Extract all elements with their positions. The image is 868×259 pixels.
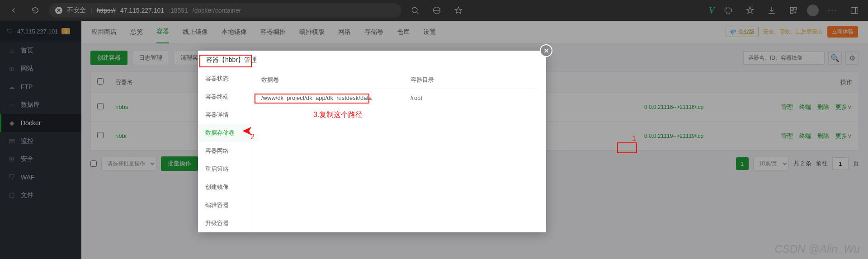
modal-nav-item-5[interactable]: 重启策略 bbox=[198, 160, 252, 178]
modal-nav-item-8[interactable]: 升级容器 bbox=[198, 214, 252, 232]
volume-path: /www/dk_project/dk_app/dk_rustdesk/data bbox=[261, 94, 410, 101]
modal-nav: 容器状态容器终端容器详情数据存储卷容器网络重启策略创建镜像编辑容器升级容器 bbox=[198, 70, 252, 232]
modal-col-dir: 容器目录 bbox=[410, 76, 434, 84]
modal-nav-item-4[interactable]: 容器网络 bbox=[198, 142, 252, 160]
modal-nav-item-2[interactable]: 容器详情 bbox=[198, 106, 252, 124]
modal-col-volume: 数据卷 bbox=[261, 76, 410, 84]
modal-nav-item-7[interactable]: 编辑容器 bbox=[198, 196, 252, 214]
modal-nav-item-1[interactable]: 容器终端 bbox=[198, 88, 252, 106]
modal-nav-item-0[interactable]: 容器状态 bbox=[198, 70, 252, 88]
modal-nav-item-6[interactable]: 创建镜像 bbox=[198, 178, 252, 196]
container-manage-modal: 容器【hbbr】管理 ✕ 容器状态容器终端容器详情数据存储卷容器网络重启策略创建… bbox=[198, 51, 546, 232]
container-dir: /root bbox=[410, 94, 422, 101]
modal-close-button[interactable]: ✕ bbox=[540, 44, 552, 57]
modal-title: 容器【hbbr】管理 bbox=[206, 56, 257, 63]
modal-nav-item-3[interactable]: 数据存储卷 bbox=[198, 124, 252, 142]
